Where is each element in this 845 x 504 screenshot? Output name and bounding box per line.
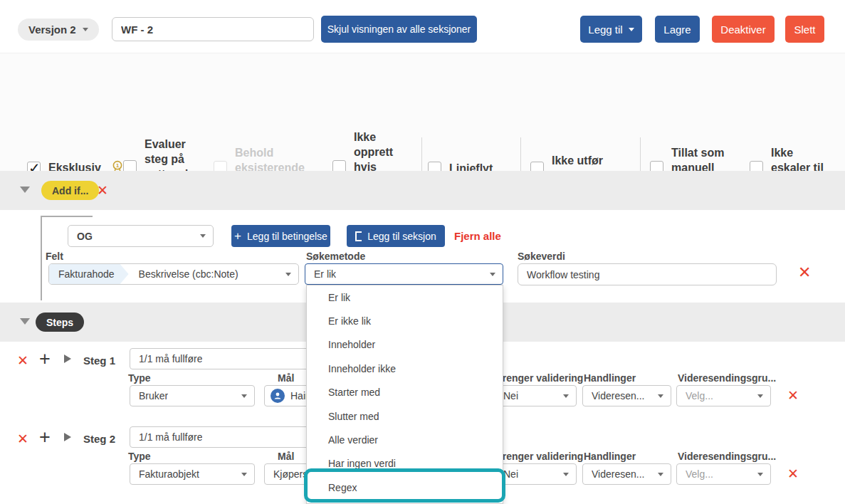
condition-group-bracket xyxy=(41,216,42,300)
chevron-down-icon xyxy=(490,273,495,276)
validation-label: Trenger validering xyxy=(497,451,583,462)
remove-all-link[interactable]: Fjern alle xyxy=(454,230,501,242)
actions-select[interactable]: Videresen... xyxy=(582,463,671,485)
forwarding-placeholder: Velg... xyxy=(686,468,713,480)
condition-section-header: Add if... ✕ xyxy=(0,171,845,210)
method-option[interactable]: Inneholder xyxy=(307,333,503,357)
condition-group-bracket xyxy=(41,216,93,217)
method-select[interactable]: Er lik xyxy=(305,263,503,285)
forwarding-select[interactable]: Velg... xyxy=(676,463,771,485)
steps-tag[interactable]: Steps xyxy=(36,313,84,332)
target-label: Mål xyxy=(278,451,294,462)
validation-select[interactable]: Nei xyxy=(494,463,577,485)
delete-step-icon[interactable]: ✕ xyxy=(17,354,28,367)
type-value: Fakturaobjekt xyxy=(139,468,199,480)
operator-value: OG xyxy=(77,231,93,242)
method-option[interactable]: Slutter med xyxy=(307,404,503,428)
actions-select[interactable]: Videresen... xyxy=(582,385,671,406)
operator-select[interactable]: OG xyxy=(68,225,214,247)
hide-sections-button[interactable]: Skjul visningen av alle seksjoner xyxy=(321,16,477,43)
field-group-chip: Fakturahode xyxy=(49,264,129,284)
completion-rule-value: 1/1 må fullføre xyxy=(139,353,202,364)
method-option[interactable]: Alle verdier xyxy=(307,428,503,451)
value-label: Søkeverdi xyxy=(518,251,565,262)
delete-step-target-icon[interactable]: ✕ xyxy=(787,389,799,402)
type-label: Type xyxy=(128,372,151,384)
collapse-steps-icon[interactable] xyxy=(20,318,30,325)
svg-text:1: 1 xyxy=(116,162,119,169)
chevron-down-icon xyxy=(658,473,663,476)
method-option[interactable]: Starter med xyxy=(307,381,503,404)
forwarding-group-label: Videresendingsgru... xyxy=(678,372,776,384)
validation-value: Nei xyxy=(503,468,518,480)
chevron-down-icon xyxy=(757,394,763,398)
type-select[interactable]: Fakturaobjekt xyxy=(130,463,255,485)
collapse-section-icon[interactable] xyxy=(20,187,30,193)
deactivate-button[interactable]: Deaktiver xyxy=(712,16,775,43)
chevron-down-icon xyxy=(563,473,569,476)
delete-step-target-icon[interactable]: ✕ xyxy=(787,467,799,481)
chevron-down-icon xyxy=(285,273,291,276)
chevron-down-icon xyxy=(563,394,569,398)
actions-label: Handlinger xyxy=(584,372,636,384)
version-dropdown[interactable]: Versjon 2 xyxy=(18,19,99,41)
delete-button[interactable]: Slett xyxy=(785,16,824,43)
add-step-icon[interactable]: + xyxy=(39,350,51,369)
save-button[interactable]: Lagre xyxy=(655,16,700,43)
value-input[interactable] xyxy=(518,263,777,285)
version-label: Versjon 2 xyxy=(28,23,76,36)
forwarding-placeholder: Velg... xyxy=(686,390,713,401)
section-bracket-icon xyxy=(355,231,362,241)
forwarding-group-label: Videresendingsgru... xyxy=(678,451,776,462)
actions-label: Handlinger xyxy=(584,451,636,462)
remove-condition-section-icon[interactable]: ✕ xyxy=(97,184,108,197)
chevron-down-icon xyxy=(83,28,88,31)
add-button-label: Legg til xyxy=(588,23,622,36)
method-option[interactable]: Inneholder ikke xyxy=(307,357,503,380)
chevron-down-icon xyxy=(629,28,634,31)
add-if-tag[interactable]: Add if... xyxy=(41,181,99,200)
plus-icon: + xyxy=(234,229,241,243)
actions-value: Videresen... xyxy=(592,390,644,401)
delete-step-icon[interactable]: ✕ xyxy=(17,432,28,446)
type-select[interactable]: Bruker xyxy=(130,385,255,406)
type-value: Bruker xyxy=(139,390,168,401)
add-condition-button[interactable]: + Legg til betingelse xyxy=(231,225,330,247)
method-option[interactable]: Er lik xyxy=(307,285,503,309)
expand-step-icon[interactable] xyxy=(64,355,71,363)
workflow-name-input[interactable] xyxy=(112,17,314,41)
validation-value: Nei xyxy=(503,390,518,401)
top-toolbar: Versjon 2 Skjul visningen av alle seksjo… xyxy=(0,0,845,53)
method-option[interactable]: Er ikke lik xyxy=(307,309,503,332)
method-option[interactable]: Regex xyxy=(307,476,503,499)
add-step-icon[interactable]: + xyxy=(39,428,51,447)
add-section-button[interactable]: Legg til seksjon xyxy=(347,225,445,247)
workflow-options-row: Eksklusiv 1 Evaluer steg på nytt ved end… xyxy=(0,53,845,171)
workflow-editor: Versjon 2 Skjul visningen av alle seksjo… xyxy=(0,0,845,504)
field-select[interactable]: Fakturahode Beskrivelse (cbc:Note) xyxy=(48,263,299,285)
expand-step-icon[interactable] xyxy=(64,433,71,441)
target-label: Mål xyxy=(278,372,294,384)
chevron-down-icon xyxy=(658,394,663,398)
validation-select[interactable]: Nei xyxy=(494,385,577,406)
chevron-down-icon xyxy=(241,394,247,398)
chevron-down-icon xyxy=(757,473,763,476)
method-option[interactable]: Har ingen verdi xyxy=(307,452,503,476)
add-condition-label: Legg til betingelse xyxy=(247,231,327,242)
completion-rule-value: 1/1 må fullføre xyxy=(139,431,202,443)
field-label: Felt xyxy=(46,251,63,262)
method-options-dropdown: Er lik Er ikke lik Inneholder Inneholder… xyxy=(306,285,503,504)
step-name: Steg 2 xyxy=(83,433,115,445)
chevron-down-icon xyxy=(241,473,247,476)
field-value: Beskrivelse (cbc:Note) xyxy=(139,268,238,280)
step-name: Steg 1 xyxy=(83,355,115,367)
type-label: Type xyxy=(128,451,151,462)
remove-condition-icon[interactable]: ✕ xyxy=(798,265,811,280)
add-section-label: Legg til seksjon xyxy=(367,231,436,242)
method-value: Er lik xyxy=(314,268,336,280)
chevron-down-icon xyxy=(200,234,206,238)
add-button[interactable]: Legg til xyxy=(580,16,642,43)
user-avatar-icon xyxy=(271,389,285,403)
forwarding-select[interactable]: Velg... xyxy=(676,385,771,406)
validation-label: Trenger validering xyxy=(497,372,583,384)
